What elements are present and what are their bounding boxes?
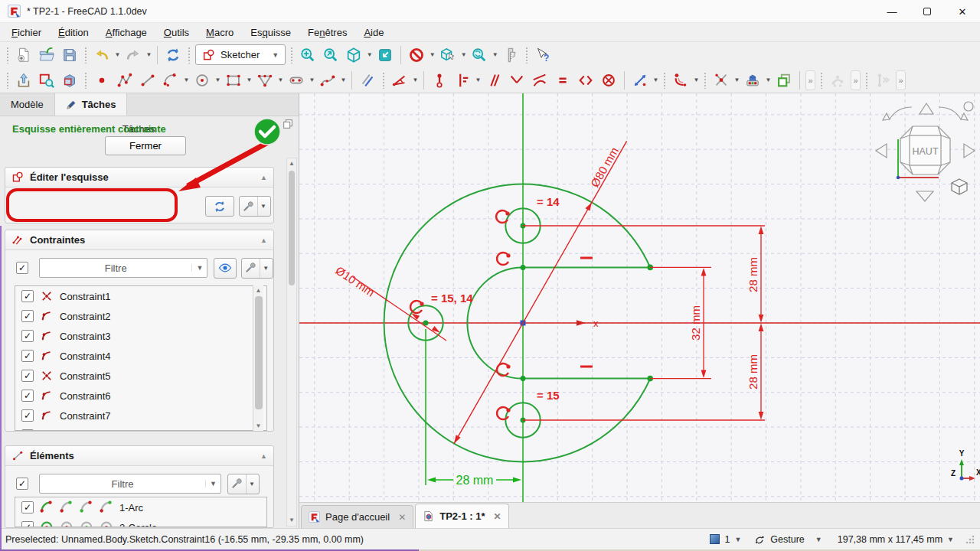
- tangent-constraint-marker[interactable]: [410, 301, 424, 313]
- nav-arrow-left-icon[interactable]: [876, 144, 887, 158]
- open-document-button[interactable]: [35, 44, 58, 66]
- sketch-settings-button[interactable]: ▼: [239, 196, 271, 217]
- toolbar-grip[interactable]: [6, 72, 9, 89]
- constraint-checkbox[interactable]: ✓: [21, 330, 34, 342]
- undo-button-dropdown[interactable]: ▼: [113, 44, 122, 66]
- elements-settings-button[interactable]: ▼: [227, 474, 260, 494]
- dimension-label[interactable]: Ø80 mm: [588, 145, 621, 189]
- collapse-arrow-icon[interactable]: ▲: [260, 236, 267, 244]
- constraint-checkbox[interactable]: ✓: [21, 390, 34, 402]
- offset-button[interactable]: [356, 70, 379, 91]
- polygon-button-dropdown[interactable]: ▼: [276, 70, 285, 91]
- dimensions-dropdown[interactable]: ▼: [947, 536, 954, 543]
- resize-grip[interactable]: [965, 534, 975, 545]
- slot-button-dropdown[interactable]: ▼: [308, 70, 316, 91]
- polygon-button[interactable]: [253, 70, 276, 91]
- close-tab-icon[interactable]: ✕: [395, 512, 406, 523]
- document-tab-active[interactable]: TP2-1 : 1*✕: [415, 504, 508, 528]
- constrain-distance-button-dropdown[interactable]: ▼: [474, 70, 482, 91]
- toolbar-grip[interactable]: [6, 47, 9, 64]
- panel-tab-taches[interactable]: Tâches: [55, 93, 128, 116]
- 3d-viewport[interactable]: x 28 mm: [299, 93, 980, 528]
- toolbar-grip[interactable]: [525, 47, 528, 64]
- menu-affichage[interactable]: Affichage: [97, 24, 155, 41]
- constraint-row[interactable]: ✓Constraint4: [15, 346, 266, 366]
- scroll-down-icon[interactable]: ▼: [253, 421, 263, 431]
- clipping-plane-button[interactable]: [405, 44, 428, 66]
- toolbar-grip[interactable]: [188, 47, 191, 64]
- toolbar-overflow-button[interactable]: »: [805, 70, 815, 90]
- constraints-filter-combobox[interactable]: Filtre ▼: [39, 258, 207, 278]
- tangent-constraint-marker[interactable]: [497, 253, 511, 265]
- isometric-view-button[interactable]: [342, 44, 365, 66]
- arc-button-dropdown[interactable]: ▼: [182, 70, 191, 91]
- toolbar-grip[interactable]: [820, 72, 823, 89]
- tangent-constraint-marker[interactable]: [497, 364, 511, 376]
- dimension-label[interactable]: 28 mm: [746, 354, 760, 390]
- constraint-row[interactable]: ✓Constraint6: [15, 386, 266, 406]
- navigation-dropdown[interactable]: ▼: [815, 536, 822, 543]
- equal-label-top[interactable]: = 14: [537, 195, 560, 208]
- external-geometry-button-dropdown[interactable]: ▼: [764, 70, 773, 91]
- workbench-selector[interactable]: Sketcher▼: [195, 44, 286, 65]
- update-sketch-button[interactable]: [205, 196, 234, 217]
- dropdown-arrow-icon[interactable]: ▼: [191, 264, 207, 272]
- toolbar-grip[interactable]: [663, 72, 666, 89]
- sketch-canvas[interactable]: x 28 mm: [299, 93, 980, 502]
- menu-macro[interactable]: Macro: [198, 24, 242, 41]
- elements-visibility-checkbox[interactable]: ✓: [16, 478, 28, 490]
- collapse-arrow-icon[interactable]: ▲: [260, 452, 267, 460]
- trim-button-dropdown[interactable]: ▼: [733, 70, 741, 91]
- view-section-button[interactable]: [58, 70, 81, 91]
- measure-button[interactable]: [499, 44, 522, 66]
- scroll-up-icon[interactable]: ▲: [253, 285, 263, 295]
- zoom-selection-button[interactable]: [319, 44, 342, 66]
- equal-label-bottom[interactable]: = 15: [537, 389, 560, 402]
- dropdown-arrow-icon[interactable]: ▼: [205, 480, 220, 487]
- constrain-block-button[interactable]: [597, 70, 620, 91]
- dimension-label[interactable]: 28 mm: [746, 257, 760, 292]
- trim-button[interactable]: [710, 70, 733, 91]
- navigation-cube[interactable]: HAUT: [876, 102, 975, 201]
- scrollbar-thumb[interactable]: [289, 171, 295, 285]
- point-button[interactable]: [90, 70, 113, 91]
- constrain-perpendicular-button[interactable]: [505, 70, 528, 91]
- menu-aide[interactable]: Aide: [355, 24, 392, 41]
- leave-sketch-button[interactable]: [12, 70, 35, 91]
- constraints-settings-button[interactable]: ▼: [241, 258, 273, 279]
- line-button[interactable]: [136, 70, 159, 91]
- dropdown-arrow-icon[interactable]: ▼: [246, 474, 257, 494]
- constraint-row[interactable]: ✓Constraint7: [15, 406, 266, 425]
- panel-scrollbar[interactable]: ▲ ▼: [286, 158, 297, 527]
- constraint-row[interactable]: ✓Constraint5: [15, 366, 266, 386]
- constrain-parallel-button[interactable]: [482, 70, 505, 91]
- constraints-visibility-checkbox[interactable]: ✓: [16, 262, 28, 274]
- carbon-copy-button[interactable]: [773, 70, 795, 91]
- external-geometry-button[interactable]: [741, 70, 764, 91]
- close-tab-icon[interactable]: ✕: [490, 511, 501, 522]
- element-checkbox[interactable]: ✓: [21, 521, 34, 527]
- constrain-distance-button[interactable]: [451, 70, 474, 91]
- nav-arrow-right-icon[interactable]: [964, 144, 975, 158]
- fillet-button[interactable]: [669, 70, 692, 91]
- constrain-tangent-button[interactable]: [528, 70, 551, 91]
- maximize-button[interactable]: [910, 0, 945, 23]
- scroll-up-icon[interactable]: ▲: [287, 158, 296, 169]
- constrain-coincident-button[interactable]: [428, 70, 451, 91]
- x-axis[interactable]: x: [299, 318, 980, 329]
- arc-button[interactable]: [159, 70, 182, 91]
- constraint-checkbox[interactable]: ✓: [21, 290, 34, 302]
- zoom-fit-button[interactable]: [296, 44, 319, 66]
- scroll-down-icon[interactable]: ▼: [287, 515, 296, 526]
- dimension-diameter-10[interactable]: Ø10 mm: [333, 263, 446, 341]
- panel-tab-modele[interactable]: Modèle: [0, 93, 55, 116]
- toolbar-grip[interactable]: [84, 47, 87, 64]
- toolbar-overflow-button[interactable]: »: [851, 70, 861, 90]
- toolbar-grip[interactable]: [704, 72, 707, 89]
- show-constraints-button[interactable]: [214, 258, 237, 279]
- view-sketch-button[interactable]: [35, 70, 58, 91]
- menu-esquisse[interactable]: Esquisse: [242, 24, 299, 41]
- sketch-tools-button[interactable]: [388, 70, 411, 91]
- elements-filter-combobox[interactable]: Filtre ▼: [39, 474, 221, 494]
- element-checkbox[interactable]: ✓: [21, 501, 34, 514]
